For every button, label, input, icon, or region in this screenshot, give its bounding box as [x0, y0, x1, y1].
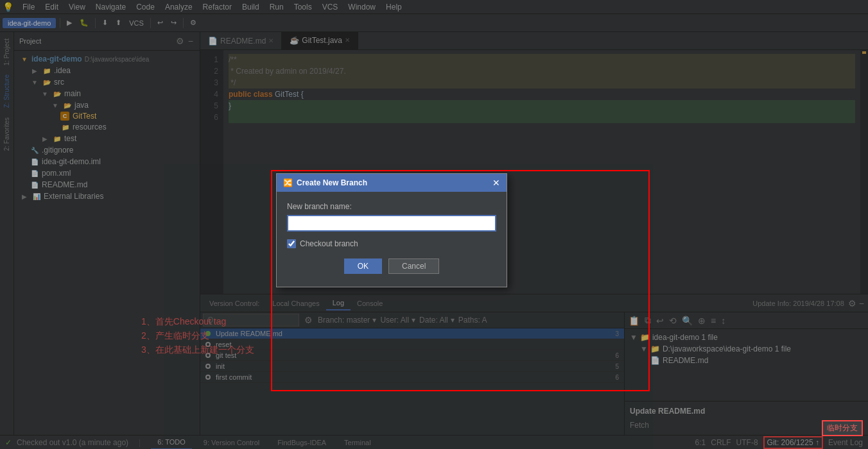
- menu-window[interactable]: Window: [343, 1, 381, 13]
- bottom-tab-local-changes[interactable]: Local Changes: [266, 297, 326, 310]
- menu-run[interactable]: Run: [265, 1, 289, 13]
- log-search-input[interactable]: [203, 314, 299, 326]
- tree-iml[interactable]: 📄 idea-git-demo.iml: [14, 156, 200, 167]
- project-sync-btn[interactable]: ⚙: [175, 35, 186, 47]
- gittest-tab-close[interactable]: ✕: [345, 37, 350, 44]
- tab-readme[interactable]: 📄 README.md ✕: [200, 32, 282, 49]
- log-msg-1: Update README.md: [216, 330, 615, 337]
- tree-resources[interactable]: 📁 resources: [14, 121, 200, 133]
- tree-gitignore[interactable]: 🔧 .gitignore: [14, 144, 200, 156]
- tree-test[interactable]: ▶ 📁 test: [14, 133, 200, 144]
- menu-edit[interactable]: Edit: [40, 1, 64, 13]
- side-tab-project[interactable]: 1: Project: [2, 35, 12, 69]
- status-icon: ✓: [5, 438, 12, 447]
- toolbar-settings-btn[interactable]: ⚙: [187, 17, 199, 28]
- status-tab-findbugs[interactable]: FindBugs-IDEA: [271, 436, 333, 449]
- log-filter-btn[interactable]: ⚙: [303, 314, 314, 326]
- log-item-5[interactable]: first commit 6: [200, 372, 624, 383]
- detail-sort-btn[interactable]: ↕: [720, 314, 727, 327]
- detail-search2-btn[interactable]: 🔍: [681, 314, 694, 327]
- modal-cancel-btn[interactable]: Cancel: [388, 258, 439, 274]
- toolbar-run-btn[interactable]: ▶: [64, 17, 74, 28]
- detail-root[interactable]: ▼ 📁 idea-git-demo 1 file: [627, 332, 865, 343]
- menu-navigate[interactable]: Navigate: [91, 1, 131, 13]
- detail-sub[interactable]: ▼ 📁 D:\javaworkspace\idea-git-demo 1 fil…: [627, 343, 865, 355]
- log-dot-5: [205, 375, 211, 380]
- toolbar-vcs-btn[interactable]: VCS: [126, 18, 146, 28]
- status-tab-terminal[interactable]: Terminal: [338, 436, 378, 449]
- tree-root[interactable]: ▼ idea-git-demo D:\javaworkspace\idea: [14, 53, 200, 65]
- log-filter-branch[interactable]: Branch: master ▾: [318, 316, 376, 325]
- menu-file[interactable]: File: [17, 1, 40, 13]
- log-filter-user[interactable]: User: All ▾: [380, 316, 415, 325]
- main-folder-icon: 📂: [52, 89, 62, 99]
- modal-ok-btn[interactable]: OK: [344, 258, 382, 274]
- log-item-1[interactable]: Update README.md 3: [200, 328, 624, 339]
- modal-close-btn[interactable]: ✕: [492, 178, 500, 188]
- menu-refactor[interactable]: Refactor: [198, 1, 237, 13]
- status-tab-vc[interactable]: 9: Version Control: [197, 436, 266, 449]
- right-detail: 📋 ⧉ ↩ ⟲ 🔍 ⊕ ≡ ↕: [624, 312, 868, 435]
- gittest-tab-label: GitTest.java: [302, 36, 342, 45]
- src-folder-icon: 📂: [42, 77, 52, 87]
- status-position: 6:1: [695, 438, 706, 447]
- test-folder-icon: 📁: [52, 133, 62, 144]
- tree-pom[interactable]: 📄 pom.xml: [14, 167, 200, 179]
- readme-tab-close[interactable]: ✕: [268, 37, 273, 44]
- iml-label: idea-git-demo.iml: [42, 157, 101, 166]
- tree-java[interactable]: ▼ 📂 java: [14, 99, 200, 111]
- root-path: D:\javaworkspace\idea: [85, 56, 150, 63]
- detail-revert-btn[interactable]: ↩: [655, 314, 665, 327]
- editor-tabs: 📄 README.md ✕ ☕ GitTest.java ✕: [200, 32, 868, 50]
- tab-gittest[interactable]: ☕ GitTest.java ✕: [282, 32, 358, 49]
- side-tab-favorites[interactable]: 2: Favorites: [2, 114, 12, 155]
- fetch-label: Fetch: [630, 421, 863, 430]
- status-git-branch[interactable]: Git: 206/1225 ↑: [763, 436, 823, 449]
- project-collapse-btn[interactable]: −: [187, 35, 195, 47]
- status-event-log[interactable]: Event Log: [828, 438, 863, 447]
- tree-src[interactable]: ▼ 📂 src: [14, 76, 200, 88]
- detail-diff-btn[interactable]: ⧉: [643, 314, 652, 327]
- branch-name-input[interactable]: [287, 215, 496, 232]
- log-item-2[interactable]: reset: [200, 339, 624, 350]
- menu-analyze[interactable]: Analyze: [160, 1, 198, 13]
- toolbar-vcs-push-btn[interactable]: ⬆: [113, 17, 124, 28]
- tree-main[interactable]: ▼ 📂 main: [14, 88, 200, 99]
- modal-titlebar: 🔀 Create New Branch ✕: [277, 174, 507, 192]
- checkout-branch-checkbox[interactable]: [287, 239, 296, 248]
- log-meta-1: 3: [615, 330, 619, 337]
- tree-ext-libs[interactable]: ▶ 📊 External Libraries: [14, 191, 200, 202]
- menu-tools[interactable]: Tools: [289, 1, 317, 13]
- toolbar-debug-btn[interactable]: 🐛: [77, 17, 91, 28]
- bottom-minimize-btn[interactable]: −: [858, 297, 865, 310]
- tree-idea[interactable]: ▶ 📁 .idea: [14, 65, 200, 76]
- menu-help[interactable]: Help: [381, 1, 407, 13]
- java-label: java: [74, 101, 89, 110]
- menu-view[interactable]: View: [64, 1, 91, 13]
- detail-file[interactable]: 📄 README.md: [627, 355, 865, 366]
- project-breadcrumb[interactable]: idea-git-demo: [3, 18, 56, 28]
- log-item-3[interactable]: git test 6: [200, 350, 624, 361]
- tree-gittest[interactable]: C GitTest: [14, 111, 200, 121]
- detail-list-btn[interactable]: ≡: [709, 314, 717, 327]
- menu-build[interactable]: Build: [237, 1, 265, 13]
- readme-tab-label: README.md: [220, 37, 266, 46]
- root-label: idea-git-demo: [31, 55, 82, 64]
- side-tab-structure[interactable]: Z: Structure: [2, 71, 12, 112]
- bottom-tab-log[interactable]: Log: [326, 296, 351, 310]
- log-item-4[interactable]: init 5: [200, 361, 624, 372]
- bottom-tab-console[interactable]: Console: [351, 297, 389, 310]
- menu-vcs[interactable]: VCS: [317, 1, 343, 13]
- status-tab-todo[interactable]: 6: TODO: [151, 436, 192, 450]
- log-filter-date[interactable]: Date: All ▾: [419, 316, 455, 325]
- menu-code[interactable]: Code: [131, 1, 160, 13]
- detail-arrow-btn[interactable]: ⟲: [668, 314, 678, 327]
- bottom-settings-btn[interactable]: ⚙: [847, 297, 858, 310]
- toolbar-redo-btn[interactable]: ↪: [168, 17, 179, 28]
- log-filter-paths[interactable]: Paths: A: [458, 316, 487, 325]
- tree-readme[interactable]: 📄 README.md: [14, 179, 200, 191]
- detail-expand-btn[interactable]: ⊕: [697, 314, 707, 327]
- detail-copy-btn[interactable]: 📋: [627, 314, 641, 327]
- toolbar-vcs-update-btn[interactable]: ⬇: [100, 17, 110, 28]
- toolbar-undo-btn[interactable]: ↩: [155, 17, 166, 28]
